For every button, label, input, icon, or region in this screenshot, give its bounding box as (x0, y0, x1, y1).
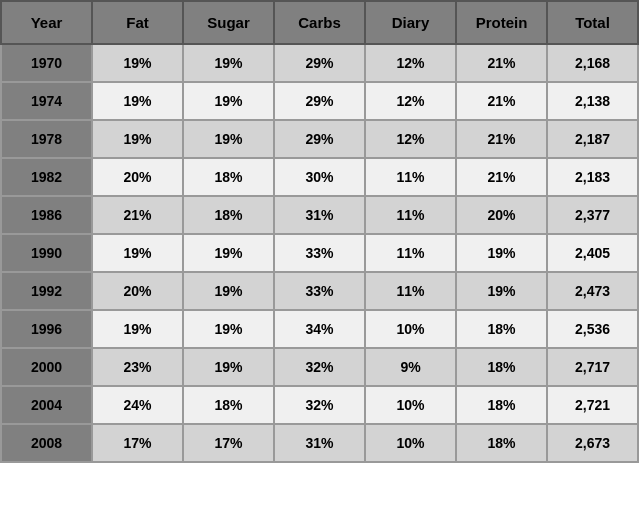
header-cell-fat: Fat (92, 1, 183, 44)
year-cell: 2004 (1, 386, 92, 424)
year-cell: 2000 (1, 348, 92, 386)
year-cell: 2008 (1, 424, 92, 462)
data-cell: 18% (183, 158, 274, 196)
data-cell: 21% (456, 158, 547, 196)
data-cell: 2,377 (547, 196, 638, 234)
data-cell: 18% (456, 424, 547, 462)
data-cell: 2,473 (547, 272, 638, 310)
data-cell: 10% (365, 310, 456, 348)
data-cell: 19% (92, 120, 183, 158)
data-cell: 21% (456, 82, 547, 120)
data-cell: 20% (92, 272, 183, 310)
data-cell: 2,673 (547, 424, 638, 462)
header-cell-year: Year (1, 1, 92, 44)
table-row: 197419%19%29%12%21%2,138 (1, 82, 638, 120)
data-cell: 2,717 (547, 348, 638, 386)
data-cell: 19% (92, 234, 183, 272)
year-cell: 1978 (1, 120, 92, 158)
data-cell: 19% (456, 272, 547, 310)
table-row: 198220%18%30%11%21%2,183 (1, 158, 638, 196)
year-cell: 1970 (1, 44, 92, 82)
data-cell: 2,168 (547, 44, 638, 82)
data-cell: 2,721 (547, 386, 638, 424)
data-cell: 30% (274, 158, 365, 196)
data-cell: 31% (274, 196, 365, 234)
table-container: YearFatSugarCarbsDiaryProteinTotal 19701… (0, 0, 639, 463)
data-cell: 31% (274, 424, 365, 462)
header-cell-sugar: Sugar (183, 1, 274, 44)
data-cell: 32% (274, 386, 365, 424)
data-cell: 20% (456, 196, 547, 234)
data-cell: 19% (456, 234, 547, 272)
header-cell-total: Total (547, 1, 638, 44)
data-cell: 12% (365, 120, 456, 158)
data-cell: 11% (365, 158, 456, 196)
data-cell: 10% (365, 386, 456, 424)
header-cell-carbs: Carbs (274, 1, 365, 44)
data-cell: 2,405 (547, 234, 638, 272)
year-cell: 1982 (1, 158, 92, 196)
data-cell: 21% (92, 196, 183, 234)
header-cell-protein: Protein (456, 1, 547, 44)
data-cell: 19% (92, 44, 183, 82)
table-row: 200023%19%32%9%18%2,717 (1, 348, 638, 386)
data-cell: 10% (365, 424, 456, 462)
data-cell: 18% (456, 348, 547, 386)
year-cell: 1990 (1, 234, 92, 272)
data-cell: 12% (365, 82, 456, 120)
data-cell: 19% (183, 234, 274, 272)
data-cell: 33% (274, 272, 365, 310)
data-cell: 11% (365, 234, 456, 272)
data-cell: 17% (183, 424, 274, 462)
data-cell: 19% (183, 120, 274, 158)
data-cell: 32% (274, 348, 365, 386)
table-row: 200424%18%32%10%18%2,721 (1, 386, 638, 424)
data-cell: 29% (274, 44, 365, 82)
data-cell: 21% (456, 44, 547, 82)
data-cell: 11% (365, 272, 456, 310)
data-cell: 2,183 (547, 158, 638, 196)
data-cell: 17% (92, 424, 183, 462)
data-cell: 34% (274, 310, 365, 348)
data-cell: 11% (365, 196, 456, 234)
data-cell: 18% (183, 196, 274, 234)
data-cell: 12% (365, 44, 456, 82)
nutrition-table: YearFatSugarCarbsDiaryProteinTotal 19701… (0, 0, 639, 463)
data-cell: 19% (183, 82, 274, 120)
data-cell: 19% (92, 82, 183, 120)
year-cell: 1986 (1, 196, 92, 234)
header-row: YearFatSugarCarbsDiaryProteinTotal (1, 1, 638, 44)
data-cell: 29% (274, 120, 365, 158)
table-header: YearFatSugarCarbsDiaryProteinTotal (1, 1, 638, 44)
table-row: 200817%17%31%10%18%2,673 (1, 424, 638, 462)
data-cell: 19% (183, 44, 274, 82)
data-cell: 33% (274, 234, 365, 272)
table-row: 199220%19%33%11%19%2,473 (1, 272, 638, 310)
data-cell: 18% (183, 386, 274, 424)
table-row: 199619%19%34%10%18%2,536 (1, 310, 638, 348)
data-cell: 19% (183, 310, 274, 348)
data-cell: 2,187 (547, 120, 638, 158)
year-cell: 1992 (1, 272, 92, 310)
data-cell: 9% (365, 348, 456, 386)
table-body: 197019%19%29%12%21%2,168197419%19%29%12%… (1, 44, 638, 462)
data-cell: 19% (183, 348, 274, 386)
data-cell: 21% (456, 120, 547, 158)
data-cell: 23% (92, 348, 183, 386)
data-cell: 18% (456, 386, 547, 424)
header-cell-diary: Diary (365, 1, 456, 44)
table-row: 197819%19%29%12%21%2,187 (1, 120, 638, 158)
data-cell: 2,138 (547, 82, 638, 120)
year-cell: 1996 (1, 310, 92, 348)
data-cell: 20% (92, 158, 183, 196)
data-cell: 18% (456, 310, 547, 348)
data-cell: 29% (274, 82, 365, 120)
data-cell: 24% (92, 386, 183, 424)
year-cell: 1974 (1, 82, 92, 120)
table-row: 197019%19%29%12%21%2,168 (1, 44, 638, 82)
table-row: 198621%18%31%11%20%2,377 (1, 196, 638, 234)
data-cell: 19% (92, 310, 183, 348)
data-cell: 2,536 (547, 310, 638, 348)
data-cell: 19% (183, 272, 274, 310)
table-row: 199019%19%33%11%19%2,405 (1, 234, 638, 272)
